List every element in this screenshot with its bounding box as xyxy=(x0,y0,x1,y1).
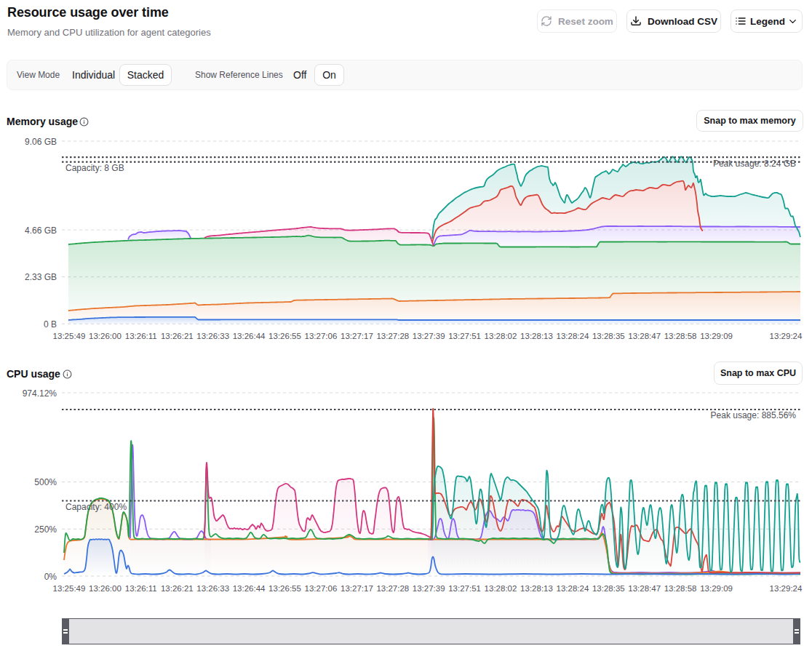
svg-text:13:27:28: 13:27:28 xyxy=(376,584,409,593)
svg-text:13:27:51: 13:27:51 xyxy=(448,584,481,593)
svg-text:13:28:24: 13:28:24 xyxy=(557,584,589,593)
svg-text:13:27:06: 13:27:06 xyxy=(305,332,338,340)
svg-text:13:28:24: 13:28:24 xyxy=(557,332,589,340)
svg-text:13:29:09: 13:29:09 xyxy=(700,332,733,340)
svg-text:Capacity: 400%: Capacity: 400% xyxy=(65,502,127,512)
svg-text:13:27:17: 13:27:17 xyxy=(341,332,373,340)
svg-text:13:27:06: 13:27:06 xyxy=(305,584,338,593)
svg-text:13:28:47: 13:28:47 xyxy=(628,332,661,340)
svg-text:13:26:00: 13:26:00 xyxy=(89,584,122,593)
svg-text:Capacity: 8 GB: Capacity: 8 GB xyxy=(65,163,124,173)
svg-text:13:25:49: 13:25:49 xyxy=(53,332,86,340)
svg-text:13:26:33: 13:26:33 xyxy=(196,332,229,340)
svg-text:250%: 250% xyxy=(34,524,57,535)
svg-text:13:28:02: 13:28:02 xyxy=(485,332,517,340)
svg-text:974.12%: 974.12% xyxy=(23,388,57,399)
svg-text:2.33 GB: 2.33 GB xyxy=(25,272,57,282)
svg-text:13:28:58: 13:28:58 xyxy=(664,332,697,340)
svg-text:13:28:47: 13:28:47 xyxy=(628,584,661,593)
svg-text:13:27:17: 13:27:17 xyxy=(341,584,373,593)
svg-text:9.06 GB: 9.06 GB xyxy=(25,137,57,147)
svg-text:13:28:35: 13:28:35 xyxy=(592,584,625,593)
svg-text:13:29:24: 13:29:24 xyxy=(770,332,803,340)
svg-text:13:28:58: 13:28:58 xyxy=(664,584,697,593)
svg-text:13:26:44: 13:26:44 xyxy=(233,584,266,593)
svg-text:0%: 0% xyxy=(44,572,57,582)
svg-text:13:28:35: 13:28:35 xyxy=(592,332,625,340)
svg-text:13:26:21: 13:26:21 xyxy=(161,584,194,593)
svg-text:13:28:02: 13:28:02 xyxy=(485,584,517,593)
svg-text:13:28:13: 13:28:13 xyxy=(520,584,553,593)
svg-text:13:26:55: 13:26:55 xyxy=(268,584,301,593)
svg-text:13:25:49: 13:25:49 xyxy=(53,584,86,593)
svg-text:13:27:28: 13:27:28 xyxy=(376,332,409,340)
svg-text:13:26:33: 13:26:33 xyxy=(196,584,229,593)
svg-text:13:26:21: 13:26:21 xyxy=(161,332,194,340)
svg-text:13:27:51: 13:27:51 xyxy=(448,332,481,340)
svg-text:13:29:09: 13:29:09 xyxy=(700,584,733,593)
svg-text:13:26:11: 13:26:11 xyxy=(125,332,157,340)
svg-text:Peak usage: 885.56%: Peak usage: 885.56% xyxy=(711,410,797,420)
svg-text:13:26:55: 13:26:55 xyxy=(268,332,301,340)
svg-text:13:28:13: 13:28:13 xyxy=(520,332,553,340)
svg-text:13:27:39: 13:27:39 xyxy=(413,584,445,593)
svg-text:4.66 GB: 4.66 GB xyxy=(25,225,57,236)
svg-text:13:26:44: 13:26:44 xyxy=(233,332,266,340)
svg-text:13:29:24: 13:29:24 xyxy=(770,584,803,593)
svg-text:13:26:00: 13:26:00 xyxy=(89,332,122,340)
svg-text:13:26:11: 13:26:11 xyxy=(125,584,157,593)
svg-text:Peak usage: 8.24 GB: Peak usage: 8.24 GB xyxy=(713,159,796,169)
svg-text:0 B: 0 B xyxy=(44,319,57,330)
svg-text:500%: 500% xyxy=(34,477,57,487)
svg-text:13:27:39: 13:27:39 xyxy=(413,332,445,340)
